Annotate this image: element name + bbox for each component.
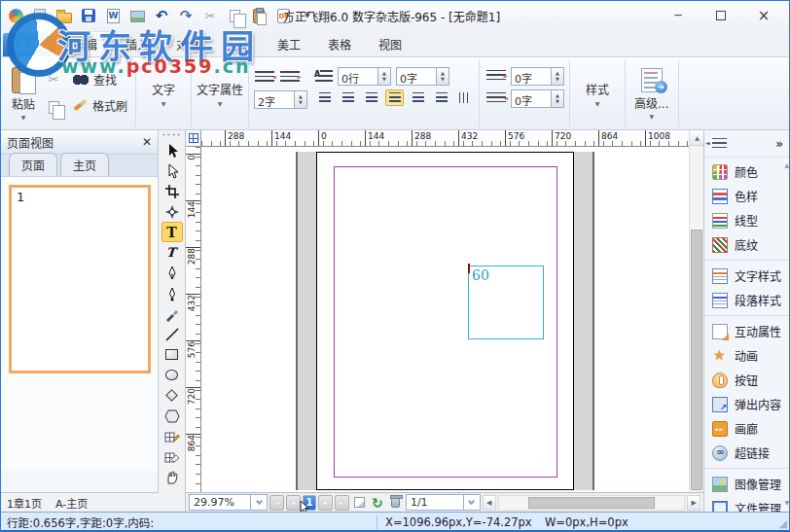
close-button[interactable]: × — [742, 1, 785, 30]
new-document-button[interactable] — [31, 7, 49, 24]
undo-button[interactable]: ↶ — [153, 7, 170, 24]
text-properties-dropdown-button[interactable]: 文字属性 ▼ — [197, 61, 243, 125]
collapse-panel-icon[interactable] — [712, 138, 727, 149]
panel-close-icon[interactable]: ✕ — [142, 135, 152, 149]
side-panel-item[interactable]: 文件管理 — [704, 496, 790, 512]
panel-tab[interactable]: 页面 — [9, 153, 57, 176]
text-tool[interactable]: T — [162, 222, 183, 242]
last-page-button[interactable]: ▶| — [335, 495, 349, 511]
paste-button[interactable] — [250, 7, 268, 24]
char-spacing-spinner[interactable]: 2字 ▲▼ — [254, 90, 307, 109]
advanced-button[interactable]: 高级... ▼ — [630, 61, 672, 125]
eyedropper-tool[interactable] — [162, 303, 183, 324]
export-image-button[interactable] — [128, 7, 146, 24]
panel-tab[interactable]: 主页 — [60, 153, 109, 176]
panel-scroll-down-icon[interactable]: ▼ — [784, 499, 789, 506]
page-thumbnail[interactable]: 1 — [9, 185, 151, 373]
next-page-button[interactable]: ▶ — [318, 495, 333, 511]
align-center-button[interactable] — [339, 89, 357, 106]
zoom-dropdown-icon[interactable] — [251, 494, 268, 511]
ribbon-cut-button[interactable]: ✂ — [43, 69, 64, 89]
vertical-scrollbar[interactable]: ▲ — [689, 130, 703, 492]
page-indicator-combo[interactable]: 1/1 — [406, 494, 481, 511]
current-page-button[interactable]: 1 — [303, 495, 317, 511]
ribbon-copy-button[interactable] — [43, 97, 64, 117]
format-painter-button[interactable]: 格式刷 — [70, 94, 130, 116]
polygon-tool[interactable] — [162, 406, 183, 426]
copy-button[interactable] — [226, 7, 243, 24]
page[interactable]: 60 — [316, 152, 574, 490]
save-button[interactable] — [80, 7, 97, 24]
align-right-button[interactable] — [362, 89, 380, 106]
horizontal-scrollbar-thumb[interactable] — [528, 497, 655, 509]
side-panel-item[interactable]: 段落样式 — [704, 288, 790, 312]
style-dropdown-button[interactable]: 样式 ▼ — [575, 61, 620, 125]
page-dropdown-icon[interactable] — [464, 494, 481, 511]
align-distribute-button[interactable] — [432, 89, 450, 106]
scroll-right-button[interactable]: ▶ — [687, 495, 700, 511]
align-full-justify-button[interactable] — [409, 89, 427, 106]
side-panel-item[interactable]: 色样 — [704, 184, 790, 208]
menu-tab[interactable]: 视图 — [365, 32, 415, 56]
right-indent-spinner[interactable]: 0字 ▲▼ — [511, 89, 564, 108]
table-eraser-tool[interactable] — [162, 446, 183, 467]
menu-tab[interactable]: 编辑 — [59, 31, 112, 56]
cut-button[interactable]: ✂ — [201, 7, 219, 24]
align-justify-button[interactable] — [385, 89, 404, 106]
spinner-arrows[interactable]: ▲▼ — [295, 90, 307, 109]
crop-tool[interactable] — [162, 181, 183, 201]
scroll-up-button[interactable]: ▲ — [690, 130, 704, 146]
export-word-button[interactable] — [104, 7, 122, 24]
diamond-tool[interactable] — [162, 385, 183, 406]
text-frame[interactable]: 60 — [468, 266, 544, 339]
rectangle-tool[interactable] — [162, 344, 183, 365]
first-page-button[interactable]: |◀ — [269, 495, 284, 511]
page-flip-view-button[interactable] — [351, 495, 368, 511]
find-button[interactable]: 查找 — [70, 68, 130, 89]
palette-grip[interactable]: •••• — [162, 132, 182, 140]
direct-selection-tool[interactable] — [162, 160, 183, 181]
spinner-arrows[interactable]: ▲▼ — [552, 89, 564, 108]
scroll-left-button[interactable]: ◀ — [483, 495, 496, 511]
para-spacing-spinner[interactable]: 0字 ▲▼ — [396, 67, 449, 86]
side-panel-item[interactable]: 线型 — [704, 208, 790, 232]
pen-tool[interactable] — [162, 263, 183, 283]
redo-button[interactable]: ↷ — [177, 7, 195, 24]
pasteboard[interactable]: 60 — [201, 147, 689, 492]
menu-tab[interactable]: 对象 — [162, 32, 213, 56]
table-draw-tool[interactable] — [162, 426, 183, 446]
add-anchor-pen-tool[interactable] — [162, 283, 183, 303]
spinner-arrows[interactable]: ▲▼ — [378, 67, 391, 86]
refresh-button[interactable]: ↻ — [370, 495, 386, 511]
side-panel-item[interactable]: 图像管理 — [704, 468, 790, 496]
ellipse-tool[interactable] — [162, 365, 183, 385]
open-button[interactable] — [55, 7, 73, 24]
side-panel-item[interactable]: 颜色 — [704, 160, 790, 184]
side-panel-item[interactable]: 互动属性 — [704, 315, 790, 343]
increase-spacing-button[interactable] — [254, 67, 275, 87]
path-text-tool[interactable]: T — [162, 242, 183, 263]
menu-tab[interactable]: 互动 — [213, 32, 264, 56]
previous-page-button[interactable]: ◀ — [286, 495, 301, 511]
side-panel-item[interactable]: 动画 — [704, 343, 790, 368]
maximize-button[interactable] — [700, 1, 742, 30]
menu-tab[interactable]: 表格 — [314, 32, 365, 56]
side-panel-item[interactable]: 超链接 — [704, 441, 790, 465]
paste-dropdown-arrow[interactable]: ▼ — [21, 114, 26, 121]
resize-grip[interactable]: ◢ — [779, 517, 787, 530]
rotate-tool[interactable] — [162, 201, 183, 222]
menu-tab[interactable]: 美工 — [264, 32, 314, 56]
spinner-arrows[interactable]: ▲▼ — [437, 67, 449, 86]
text-dropdown-button[interactable]: 文字 ▼ — [141, 61, 186, 125]
side-panel-item[interactable]: 弹出内容 — [704, 392, 790, 416]
paste-split-button[interactable]: 粘贴 ▼ — [8, 61, 39, 125]
align-left-button[interactable] — [315, 89, 334, 106]
spinner-arrows[interactable]: ▲▼ — [552, 67, 564, 86]
file-menu-button[interactable]: 文件 — [3, 33, 55, 56]
side-panel-item[interactable]: 底纹 — [704, 232, 790, 257]
panel-scroll-up-icon[interactable]: ▲ — [784, 161, 789, 168]
decrease-spacing-button[interactable] — [279, 67, 301, 87]
minimize-button[interactable]: ─ — [657, 1, 700, 30]
vertical-text-button[interactable] — [455, 89, 474, 106]
line-spacing-spinner[interactable]: 0行 ▲▼ — [338, 67, 391, 86]
